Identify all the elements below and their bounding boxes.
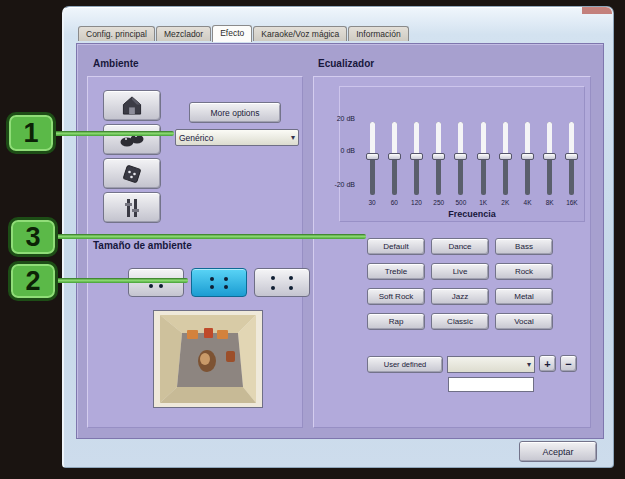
eq-slider-thumb[interactable] [366, 153, 379, 160]
eq-sliders: 30601202505001K2K4K8K16K [361, 122, 583, 206]
screenshot-stage: Config. principalMezcladorEfectoKaraoke/… [0, 0, 625, 479]
ambiente-title: Ambiente [93, 58, 139, 69]
eq-slider-thumb[interactable] [565, 153, 578, 160]
room-scene-icon [154, 311, 262, 407]
preset-rock-button[interactable]: Rock [495, 263, 553, 280]
eq-track-fill [481, 122, 486, 156]
eq-slider-track[interactable] [525, 122, 530, 195]
user-defined-button[interactable]: User defined [367, 356, 443, 373]
dice-environment-icon [121, 163, 143, 185]
preset-bass-button[interactable]: Bass [495, 238, 553, 255]
eq-band-label: 500 [455, 199, 466, 206]
large-room-dots-icon [262, 272, 302, 294]
environment-select[interactable]: Genérico ▾ [175, 129, 299, 146]
pipes-environment-button[interactable] [103, 192, 161, 223]
callout-line-2 [52, 278, 188, 283]
callout-line-3 [52, 234, 366, 239]
shoes-environment-button[interactable] [103, 124, 161, 155]
chevron-down-icon: ▾ [527, 361, 531, 369]
house-environment-button[interactable] [103, 90, 161, 121]
eq-band-label: 8K [546, 199, 554, 206]
eq-slider-track[interactable] [503, 122, 508, 195]
remove-preset-button[interactable]: − [560, 355, 577, 372]
room-size-large-button[interactable] [254, 268, 310, 297]
chevron-down-icon: ▾ [291, 134, 295, 142]
callout-badge-3: 3 [8, 217, 58, 257]
eq-track-fill [525, 122, 530, 156]
eq-track-fill [414, 122, 419, 156]
eq-band-16k: 16K [561, 122, 583, 206]
add-preset-button[interactable]: + [539, 355, 556, 372]
room-top-view-image [153, 310, 263, 408]
eq-slider-track[interactable] [569, 122, 574, 195]
eq-band-label: 120 [411, 199, 422, 206]
eq-slider-thumb[interactable] [477, 153, 490, 160]
eq-slider-thumb[interactable] [388, 153, 401, 160]
eq-slider-thumb[interactable] [499, 153, 512, 160]
eq-slider-track[interactable] [414, 122, 419, 195]
eq-band-1k: 1K [472, 122, 494, 206]
tab-informaci-n[interactable]: Información [348, 26, 408, 41]
eq-slider-track[interactable] [436, 122, 441, 195]
eq-band-120: 120 [405, 122, 427, 206]
preset-default-button[interactable]: Default [367, 238, 425, 255]
preset-soft-rock-button[interactable]: Soft Rock [367, 288, 425, 305]
eq-band-label: 4K [524, 199, 532, 206]
eq-band-label: 2K [501, 199, 509, 206]
eq-slider-thumb[interactable] [454, 153, 467, 160]
eq-track-fill [547, 122, 552, 156]
eq-slider-thumb[interactable] [543, 153, 556, 160]
environment-select-value: Genérico [179, 133, 291, 143]
eq-slider-track[interactable] [481, 122, 486, 195]
room-size-medium-button[interactable] [191, 268, 247, 297]
eq-band-label: 30 [368, 199, 375, 206]
eq-slider-thumb[interactable] [410, 153, 423, 160]
dice-environment-button[interactable] [103, 158, 161, 189]
preset-name-input[interactable] [448, 377, 534, 392]
callout-badge-1: 1 [6, 112, 56, 154]
eq-band-250: 250 [428, 122, 450, 206]
preset-classic-button[interactable]: Classic [431, 313, 489, 330]
eq-preset-grid: DefaultDanceBassTrebleLiveRockSoft RockJ… [367, 238, 567, 330]
eq-band-label: 60 [391, 199, 398, 206]
eq-band-60: 60 [383, 122, 405, 206]
tab-mezclador[interactable]: Mezclador [156, 26, 211, 41]
eq-slider-track[interactable] [370, 122, 375, 195]
eq-slider-thumb[interactable] [521, 153, 534, 160]
preset-vocal-button[interactable]: Vocal [495, 313, 553, 330]
preset-live-button[interactable]: Live [431, 263, 489, 280]
eq-track-fill [503, 122, 508, 156]
close-button[interactable] [582, 7, 612, 14]
environment-buttons [103, 90, 161, 223]
eq-db-label-0-db: 0 dB [315, 147, 355, 154]
tab-karaoke-voz-m-gica[interactable]: Karaoke/Voz mágica [253, 26, 347, 41]
eq-band-label: 16K [566, 199, 578, 206]
preset-metal-button[interactable]: Metal [495, 288, 553, 305]
room-size-title: Tamaño de ambiente [93, 240, 192, 251]
callout-line-1 [50, 131, 174, 136]
preset-jazz-button[interactable]: Jazz [431, 288, 489, 305]
eq-slider-track[interactable] [392, 122, 397, 195]
user-defined-select[interactable]: ▾ [447, 356, 535, 373]
eq-band-30: 30 [361, 122, 383, 206]
house-environment-icon [120, 95, 144, 116]
eq-slider-thumb[interactable] [432, 153, 445, 160]
more-options-button[interactable]: More options [189, 102, 281, 123]
accept-button[interactable]: Aceptar [519, 441, 597, 462]
preset-treble-button[interactable]: Treble [367, 263, 425, 280]
preset-dance-button[interactable]: Dance [431, 238, 489, 255]
eq-db-scale: 20 dB0 dB-20 dB [315, 44, 357, 224]
tab-efecto[interactable]: Efecto [212, 25, 252, 42]
eq-slider-track[interactable] [458, 122, 463, 195]
tab-bar: Config. principalMezcladorEfectoKaraoke/… [78, 25, 410, 41]
pipes-environment-icon [122, 198, 142, 218]
eq-slider-track[interactable] [547, 122, 552, 195]
callout-badge-2: 2 [8, 261, 58, 301]
eq-track-fill [370, 122, 375, 156]
eq-band-2k: 2K [494, 122, 516, 206]
eq-band-label: 250 [433, 199, 444, 206]
eq-track-fill [569, 122, 574, 156]
tab-config-principal[interactable]: Config. principal [78, 26, 155, 41]
effect-panel: Ambiente More options Genérico ▾ Tamaño … [76, 43, 604, 439]
preset-rap-button[interactable]: Rap [367, 313, 425, 330]
